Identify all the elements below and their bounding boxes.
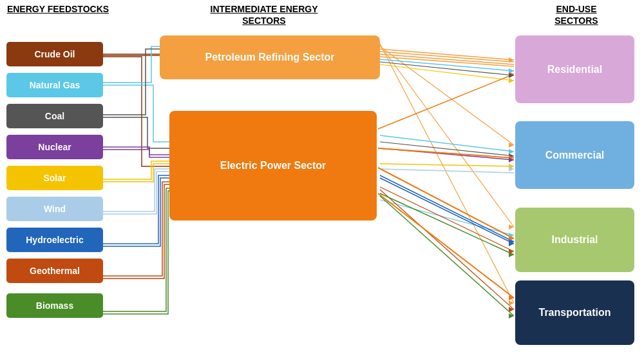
- svg-marker-35: [509, 153, 514, 159]
- svg-line-24: [378, 74, 514, 129]
- svg-marker-48: [509, 300, 514, 306]
- feedstock-nuclear: Nuclear: [6, 135, 103, 159]
- header-enduse: END-USESECTORS: [522, 3, 631, 26]
- feedstock-coal: Coal: [6, 104, 103, 128]
- svg-marker-36: [509, 155, 514, 161]
- svg-line-9: [380, 59, 514, 71]
- svg-marker-30: [509, 68, 514, 74]
- svg-marker-33: [509, 142, 514, 148]
- enduse-commercial: Commercial: [515, 121, 634, 189]
- svg-line-11: [380, 200, 514, 235]
- header-intermediate: INTERMEDIATE ENERGYSECTORS: [180, 3, 348, 26]
- diagram-container: ENERGY FEEDSTOCKS INTERMEDIATE ENERGYSEC…: [0, 0, 644, 363]
- svg-marker-29: [509, 72, 514, 77]
- feedstock-geothermal: Geothermal: [6, 259, 103, 283]
- svg-line-14: [380, 148, 514, 160]
- enduse-transportation: Transportation: [515, 280, 634, 345]
- svg-line-18: [380, 175, 514, 242]
- svg-marker-40: [509, 224, 514, 230]
- svg-marker-38: [509, 164, 514, 169]
- svg-line-10: [380, 135, 514, 152]
- svg-marker-32: [509, 78, 514, 83]
- svg-line-13: [380, 142, 514, 156]
- svg-line-7: [380, 45, 514, 227]
- header-feedstocks: ENERGY FEEDSTOCKS: [6, 3, 109, 15]
- feedstock-solar: Solar: [6, 166, 103, 190]
- svg-line-4: [380, 54, 514, 64]
- svg-line-19: [380, 178, 514, 244]
- svg-marker-44: [509, 241, 514, 246]
- svg-marker-39: [509, 166, 514, 172]
- svg-line-16: [380, 64, 514, 81]
- svg-line-15: [380, 164, 514, 166]
- svg-line-22: [380, 193, 514, 255]
- svg-line-12: [380, 62, 514, 75]
- svg-line-23: [380, 196, 514, 316]
- svg-marker-28: [509, 57, 514, 63]
- svg-line-2: [380, 49, 514, 60]
- svg-line-8: [380, 44, 514, 303]
- feedstock-natural-gas: Natural Gas: [6, 73, 103, 97]
- svg-marker-50: [509, 313, 514, 319]
- feedstock-hydroelectric: Hydroelectric: [6, 228, 103, 252]
- feedstock-biomass: Biomass: [6, 293, 103, 318]
- sector-petroleum: Petroleum Refining Sector: [160, 35, 380, 79]
- svg-line-27: [378, 193, 514, 298]
- svg-marker-45: [509, 249, 514, 254]
- svg-marker-34: [509, 149, 514, 154]
- svg-line-17: [380, 169, 514, 173]
- svg-line-5: [380, 57, 514, 66]
- feedstock-wind: Wind: [6, 197, 103, 221]
- enduse-industrial: Industrial: [515, 208, 634, 272]
- svg-line-6: [380, 46, 514, 145]
- svg-marker-41: [509, 233, 514, 238]
- svg-marker-42: [509, 236, 514, 241]
- svg-marker-31: [509, 73, 514, 78]
- svg-line-26: [378, 168, 514, 239]
- svg-line-25: [378, 148, 514, 158]
- svg-marker-46: [509, 252, 514, 257]
- enduse-residential: Residential: [515, 35, 634, 103]
- svg-line-21: [380, 190, 514, 309]
- sector-electric: Electric Power Sector: [169, 111, 377, 221]
- svg-line-20: [380, 187, 514, 251]
- svg-marker-37: [509, 157, 514, 162]
- svg-marker-49: [509, 307, 514, 312]
- svg-line-3: [380, 52, 514, 62]
- svg-marker-43: [509, 239, 514, 244]
- svg-marker-47: [509, 295, 514, 300]
- feedstock-crude-oil: Crude Oil: [6, 42, 103, 66]
